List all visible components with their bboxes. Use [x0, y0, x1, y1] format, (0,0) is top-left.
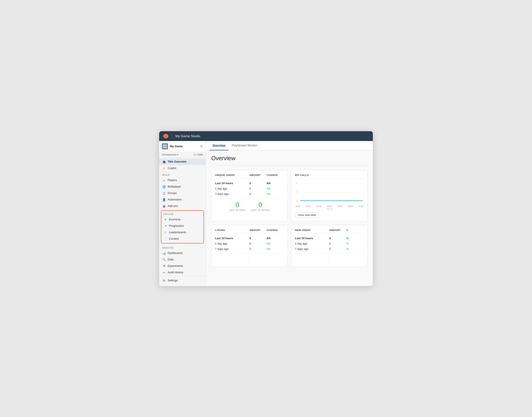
experiments-label: Experiments [168, 264, 183, 268]
new-users-card: NEW USERS Amount C Last 24 hours 0 N 1 d… [291, 225, 368, 267]
sidebar-item-players[interactable]: ⚔ Players [159, 177, 206, 184]
studio-name: My Game Studio [175, 134, 200, 138]
logins-row1-change: NA [267, 237, 284, 240]
x-label-0600: 06:00 [337, 205, 342, 207]
sidebar-item-settings[interactable]: ⚙ Settings [159, 277, 206, 284]
unique-users-footer: 0 LAST 30 DAYS 0 LAST 24 HOURS [215, 198, 284, 211]
top-bar: My Game Studio [159, 131, 373, 141]
new-users-row1-change: N [347, 237, 364, 240]
x-label-0300: 03:00 [327, 205, 332, 207]
svg-text:1: 1 [297, 191, 298, 193]
sidebar-item-experiments[interactable]: ⚗ Experiments [159, 263, 206, 269]
new-users-row1-label: Last 24 hours [295, 237, 330, 240]
logins-row1: Last 24 hours 0 NA [215, 236, 284, 241]
sidebar-item-leaderboards[interactable]: □ Leaderboards [161, 229, 203, 236]
players-label: Players [168, 179, 177, 182]
sidebar-item-multiplayer[interactable]: 🌐 Multiplayer [159, 184, 206, 190]
settings-icon[interactable]: ⚙ [200, 145, 203, 148]
new-users-footer [295, 253, 364, 263]
logins-col-amount: Amount [250, 229, 267, 231]
env-label: Development [162, 153, 176, 156]
show-data-table-button[interactable]: Show data table [295, 212, 319, 218]
api-chart-x-labels: 18:00 21:00 00:00 03:00 06:00 09:00 12:0… [295, 205, 364, 207]
sidebar-item-economy[interactable]: ≡ Economy [161, 216, 203, 223]
sidebar-item-audit-history[interactable]: ↩ Audit History [159, 269, 206, 276]
copilot-icon: ⚡ [162, 167, 166, 170]
content-area: Overview PlayStream Monitor Overview UNI… [206, 141, 373, 286]
game-name: My Game [170, 145, 198, 148]
unique-users-last30-label: LAST 30 DAYS [229, 209, 246, 211]
top-bar-divider [172, 134, 172, 138]
sidebar-item-title-overview[interactable]: ▦ Title Overview [159, 159, 206, 165]
groups-label: Groups [168, 192, 177, 195]
logins-row1-label: Last 24 hours [215, 237, 250, 240]
unique-users-last24-label: LAST 24 HOURS [251, 209, 270, 211]
unique-users-row1-label: Last 24 hours [215, 182, 250, 185]
x-label-1800: 18:00 [295, 205, 301, 207]
svg-rect-4 [163, 146, 165, 148]
svg-text:2: 2 [297, 182, 298, 184]
tab-playstream-label: PlayStream Monitor [232, 144, 257, 147]
dashboards-label: Dashboards [168, 251, 182, 255]
new-users-header: NEW USERS Amount C [295, 229, 364, 233]
env-selector[interactable]: Development ▾ [162, 153, 178, 156]
data-icon: 🔍 [162, 258, 166, 261]
leaderboards-icon: □ [164, 231, 167, 234]
settings-gear-icon: ⚙ [162, 279, 166, 282]
unique-users-row1: Last 24 hours 0 NA [215, 181, 284, 186]
main-content: Overview UNIQUE USERS Amount Change Last… [206, 150, 373, 286]
experiments-icon: ⚗ [162, 264, 166, 268]
svg-rect-2 [163, 145, 165, 146]
title-divider [211, 165, 368, 166]
new-users-row2-change: N [347, 242, 364, 245]
new-users-row3-label: 7 days ago [295, 248, 330, 250]
new-users-row1-amount: 0 [330, 237, 347, 240]
unique-users-row1-amount: 0 [250, 182, 267, 185]
game-icon [162, 143, 168, 149]
title-overview-icon: ▦ [162, 160, 166, 164]
sidebar-item-dashboards[interactable]: 📊 Dashboards [159, 250, 206, 256]
svg-rect-3 [165, 145, 167, 146]
unique-users-row2-change: NA [267, 187, 284, 190]
build-section-label: BUILD [159, 172, 206, 177]
logins-row1-amount: 0 [250, 237, 267, 240]
unique-users-last24-value: 0 [251, 201, 270, 208]
logins-row2: 1 day ago 0 NA [215, 241, 284, 246]
sidebar-item-content[interactable]: 📄 Content [161, 236, 203, 242]
leaderboards-label: Leaderboards [169, 231, 186, 234]
app-logo [163, 133, 169, 139]
engage-section-label: ENGAGE [161, 212, 203, 216]
logins-row2-change: NA [267, 242, 284, 245]
unique-users-row2: 1 day ago 0 NA [215, 186, 284, 191]
sidebar-item-groups[interactable]: ◫ Groups [159, 190, 206, 197]
progression-label: Progression [169, 224, 184, 228]
sidebar: My Game ⚙ Development ▾ 0 / 100K ▦ Title… [159, 141, 206, 286]
x-label-2100: 21:00 [306, 205, 311, 207]
unique-users-title: UNIQUE USERS [215, 174, 250, 177]
tab-overview[interactable]: Overview [210, 141, 229, 150]
api-chart-date: Aug 28 [295, 208, 364, 210]
sidebar-item-addons[interactable]: ▦ Add-ons [159, 203, 206, 209]
sidebar-item-automation[interactable]: 👤 Automation [159, 197, 206, 203]
audit-history-icon: ↩ [162, 271, 166, 274]
logins-header: LOGINS Amount Change [215, 229, 284, 233]
progression-icon: ↗ [164, 224, 167, 228]
data-label: Data [168, 258, 173, 261]
tab-playstream[interactable]: PlayStream Monitor [229, 141, 260, 150]
logins-card: LOGINS Amount Change Last 24 hours 0 NA … [211, 225, 288, 267]
tab-overview-label: Overview [212, 144, 225, 147]
unique-users-last30-value: 0 [229, 201, 246, 208]
new-users-col-change: C [347, 229, 364, 231]
sidebar-item-copilot[interactable]: ⚡ Copilot [159, 165, 206, 172]
content-icon: 📄 [164, 237, 167, 240]
sidebar-item-progression[interactable]: ↗ Progression [161, 223, 203, 229]
logins-footer [215, 253, 284, 263]
unique-users-row1-change: NA [267, 182, 284, 185]
logins-row3-label: 7 days ago [215, 248, 250, 250]
economy-label: Economy [169, 218, 181, 221]
sidebar-item-data[interactable]: 🔍 Data [159, 256, 206, 263]
unique-users-last30: 0 LAST 30 DAYS [229, 201, 246, 211]
multiplayer-icon: 🌐 [162, 185, 166, 188]
addons-label: Add-ons [168, 205, 178, 208]
unique-users-card: UNIQUE USERS Amount Change Last 24 hours… [211, 170, 288, 221]
